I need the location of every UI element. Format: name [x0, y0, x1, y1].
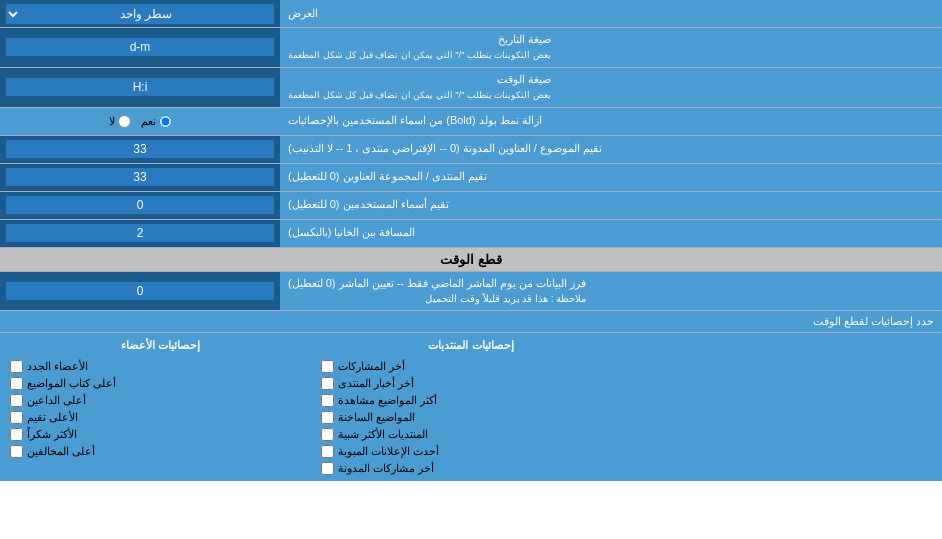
spacing-cell[interactable]: [0, 220, 280, 247]
realtime-section-header: قطع الوقت: [0, 248, 942, 272]
display-mode-cell[interactable]: سطر واحد سطرين ثلاثة أسطر: [0, 0, 280, 27]
topic-order-label: تقيم الموضوع / العناوين المدونة (0 -- ال…: [280, 136, 942, 163]
checkbox-item: أخر مشاركات المدونة: [321, 462, 622, 475]
forum-order-label: تقيم المنتدى / المجموعة العناوين (0 للتع…: [280, 164, 942, 191]
cb-top-rated[interactable]: [10, 411, 23, 424]
user-order-row: تقيم أسماء المستخدمين (0 للتعطيل): [0, 192, 942, 220]
filter-input[interactable]: [6, 282, 274, 300]
forum-stats-col: إحصائيات المنتديات أخر المشاركات أخر أخب…: [321, 339, 622, 475]
checkbox-item: الأكثر شكراً: [10, 428, 311, 441]
time-format-label: صيغة الوقتبعض التكوينات يتطلب "/" التي ي…: [280, 68, 942, 107]
checkbox-item: أعلى المخالفين: [10, 445, 311, 458]
bold-no-radio[interactable]: [118, 115, 131, 128]
checkboxes-section: إحصائيات المنتديات أخر المشاركات أخر أخب…: [0, 333, 942, 481]
display-mode-select[interactable]: سطر واحد سطرين ثلاثة أسطر: [6, 4, 274, 24]
member-stats-header: إحصائيات الأعضاء: [10, 339, 311, 352]
filter-label: فرز البيانات من يوم الماشر الماضي فقط --…: [280, 272, 942, 311]
user-order-label: تقيم أسماء المستخدمين (0 للتعطيل): [280, 192, 942, 219]
checkbox-item: أحدث الإعلانات المبوبة: [321, 445, 622, 458]
checkbox-item: المنتديات الأكثر شبية: [321, 428, 622, 441]
checkbox-item: أعلى كتاب المواضيع: [10, 377, 311, 390]
date-format-cell[interactable]: [0, 28, 280, 67]
cb-top-violators[interactable]: [10, 445, 23, 458]
checkbox-item: أكثر المواضيع مشاهدة: [321, 394, 622, 407]
header-label: العرض: [280, 0, 942, 27]
topic-order-cell[interactable]: [0, 136, 280, 163]
time-format-cell[interactable]: [0, 68, 280, 107]
header-row: العرض سطر واحد سطرين ثلاثة أسطر: [0, 0, 942, 28]
cb-popular-forums[interactable]: [321, 428, 334, 441]
date-format-input[interactable]: [6, 38, 274, 56]
bold-no-label[interactable]: لا: [109, 115, 131, 128]
cb-blog-posts[interactable]: [321, 462, 334, 475]
cb-last-news[interactable]: [321, 377, 334, 390]
forum-order-row: تقيم المنتدى / المجموعة العناوين (0 للتع…: [0, 164, 942, 192]
spacer: [631, 339, 932, 475]
checkbox-item: الأعلى تقيم: [10, 411, 311, 424]
checkbox-item: أخر المشاركات: [321, 360, 622, 373]
limit-label: حدد إحصائيات لقطع الوقت: [813, 315, 934, 327]
bold-yes-label[interactable]: نعم: [141, 115, 172, 128]
topic-order-input[interactable]: [6, 140, 274, 158]
realtime-title: قطع الوقت: [440, 252, 502, 267]
checkbox-item: المواضيع الساخنة: [321, 411, 622, 424]
user-order-input[interactable]: [6, 196, 274, 214]
bold-remove-row: ازالة نمط بولد (Bold) من اسماء المستخدمي…: [0, 108, 942, 136]
cb-top-writers[interactable]: [10, 377, 23, 390]
bold-remove-label: ازالة نمط بولد (Bold) من اسماء المستخدمي…: [280, 108, 942, 135]
checkbox-item: الأعضاء الجدد: [10, 360, 311, 373]
forum-order-cell[interactable]: [0, 164, 280, 191]
spacing-label: المسافة بين الخانيا (بالبكسل): [280, 220, 942, 247]
limit-label-row: حدد إحصائيات لقطع الوقت: [0, 311, 942, 333]
forum-order-input[interactable]: [6, 168, 274, 186]
spacing-row: المسافة بين الخانيا (بالبكسل): [0, 220, 942, 248]
bold-remove-cell: نعم لا: [0, 108, 280, 135]
date-format-label: صيغة التاريخبعض التكوينات يتطلب "/" التي…: [280, 28, 942, 67]
bold-yes-radio[interactable]: [159, 115, 172, 128]
cb-top-inviters[interactable]: [10, 394, 23, 407]
forum-stats-header: إحصائيات المنتديات: [321, 339, 622, 352]
cb-most-viewed[interactable]: [321, 394, 334, 407]
cb-hot-topics[interactable]: [321, 411, 334, 424]
user-order-cell[interactable]: [0, 192, 280, 219]
header-title: العرض: [288, 6, 318, 21]
time-format-row: صيغة الوقتبعض التكوينات يتطلب "/" التي ي…: [0, 68, 942, 108]
checkbox-item: أعلى الداعين: [10, 394, 311, 407]
filter-cell[interactable]: [0, 272, 280, 311]
spacing-input[interactable]: [6, 224, 274, 242]
cb-latest-ads[interactable]: [321, 445, 334, 458]
filter-row: فرز البيانات من يوم الماشر الماضي فقط --…: [0, 272, 942, 312]
time-format-input[interactable]: [6, 78, 274, 96]
member-stats-col: إحصائيات الأعضاء الأعضاء الجدد أعلى كتاب…: [10, 339, 311, 475]
date-format-row: صيغة التاريخبعض التكوينات يتطلب "/" التي…: [0, 28, 942, 68]
cb-last-posts[interactable]: [321, 360, 334, 373]
cb-new-members[interactable]: [10, 360, 23, 373]
checkbox-item: أخر أخبار المنتدى: [321, 377, 622, 390]
cb-most-thanked[interactable]: [10, 428, 23, 441]
topic-order-row: تقيم الموضوع / العناوين المدونة (0 -- ال…: [0, 136, 942, 164]
